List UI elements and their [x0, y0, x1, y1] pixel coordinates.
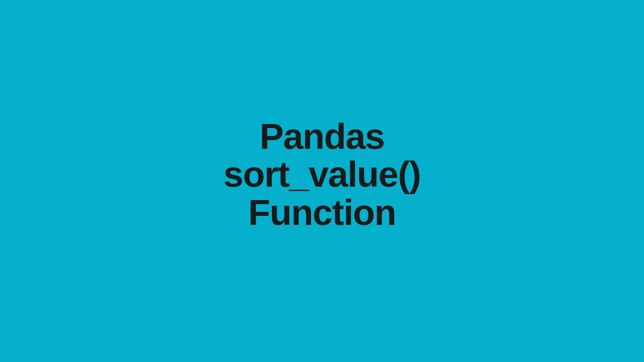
title-heading: Pandas sort_value() Function	[223, 117, 421, 231]
title-line-1: Pandas	[260, 116, 384, 157]
title-line-3: Function	[248, 192, 396, 233]
title-line-2: sort_value()	[223, 154, 421, 194]
